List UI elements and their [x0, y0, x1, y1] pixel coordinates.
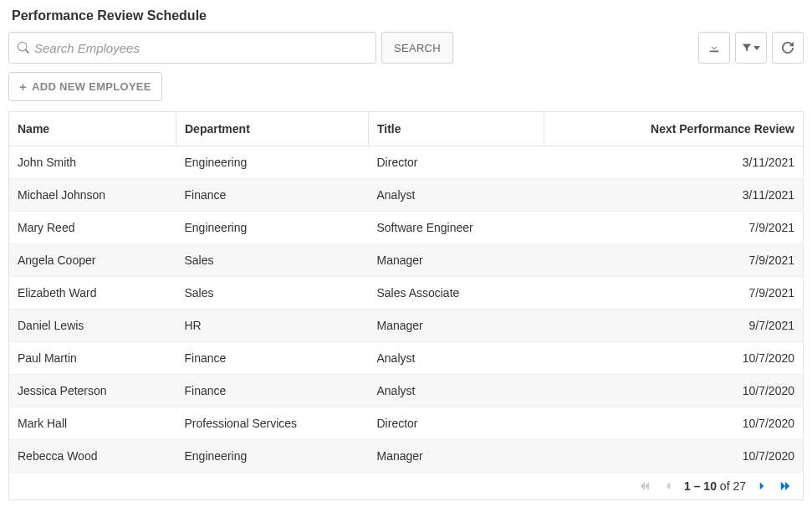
pagination-range: 1 – 10 of 27 [684, 479, 746, 493]
table-row[interactable]: Mark HallProfessional ServicesDirector10… [9, 407, 804, 440]
pagination-last-button[interactable] [778, 480, 793, 492]
cell-title: Manager [369, 244, 544, 277]
table-row[interactable]: Angela CooperSalesManager7/9/2021 [9, 244, 804, 277]
cell-name: Mary Reed [9, 212, 176, 244]
cell-next_review: 7/9/2021 [544, 212, 804, 244]
cell-next_review: 10/7/2020 [544, 375, 804, 407]
chevron-double-left-icon [639, 480, 651, 492]
cell-title: Analyst [369, 342, 544, 375]
table-row[interactable]: Daniel LewisHRManager9/7/2021 [9, 310, 804, 342]
actions-row: + ADD NEW EMPLOYEE [8, 72, 804, 101]
cell-next_review: 7/9/2021 [544, 244, 804, 277]
cell-department: Finance [176, 342, 369, 375]
cell-next_review: 7/9/2021 [544, 277, 804, 310]
column-header-department[interactable]: Department [176, 112, 369, 146]
add-employee-button[interactable]: + ADD NEW EMPLOYEE [8, 72, 162, 101]
download-icon [708, 42, 720, 54]
cell-name: Mark Hall [9, 407, 176, 440]
cell-title: Software Engineer [369, 212, 544, 244]
cell-name: Rebecca Wood [9, 440, 176, 473]
cell-next_review: 3/11/2021 [544, 146, 804, 179]
search-field-wrap [8, 32, 376, 64]
chevron-left-icon [663, 481, 673, 491]
cell-name: Daniel Lewis [9, 310, 176, 342]
cell-department: Sales [176, 244, 369, 277]
caret-down-icon [753, 46, 760, 50]
cell-name: Michael Johnson [9, 179, 176, 212]
cell-name: Paul Martin [9, 342, 176, 375]
pagination-prev-button[interactable] [661, 481, 676, 491]
filter-button[interactable] [735, 32, 767, 64]
cell-title: Director [369, 146, 544, 179]
toolbar: SEARCH [8, 32, 804, 64]
cell-department: HR [176, 310, 369, 342]
table-row[interactable]: Rebecca WoodEngineeringManager10/7/2020 [9, 440, 804, 473]
table-row[interactable]: Jessica PetersonFinanceAnalyst10/7/2020 [9, 375, 804, 407]
table-row[interactable]: Paul MartinFinanceAnalyst10/7/2020 [9, 342, 804, 375]
table-row[interactable]: John SmithEngineeringDirector3/11/2021 [9, 146, 804, 179]
cell-department: Engineering [176, 146, 369, 179]
employee-table: Name Department Title Next Performance R… [8, 111, 804, 473]
cell-name: Jessica Peterson [9, 375, 176, 407]
cell-title: Analyst [369, 375, 544, 407]
search-button[interactable]: SEARCH [381, 32, 453, 64]
search-input[interactable] [9, 34, 375, 62]
cell-department: Finance [176, 179, 369, 212]
table-row[interactable]: Elizabeth WardSalesSales Associate7/9/20… [9, 277, 804, 310]
plus-icon: + [19, 80, 27, 93]
table-row[interactable]: Mary ReedEngineeringSoftware Engineer7/9… [9, 212, 804, 244]
cell-department: Professional Services [176, 407, 369, 440]
search-icon [18, 42, 29, 54]
cell-title: Manager [369, 440, 544, 473]
cell-name: John Smith [9, 146, 176, 179]
refresh-icon [782, 42, 794, 54]
cell-title: Sales Associate [369, 277, 544, 310]
page-title: Performance Review Schedule [8, 8, 804, 23]
pagination-next-button[interactable] [754, 481, 769, 491]
table-header-row: Name Department Title Next Performance R… [9, 112, 804, 146]
chevron-double-right-icon [779, 480, 791, 492]
cell-next_review: 10/7/2020 [544, 407, 804, 440]
column-header-next-review[interactable]: Next Performance Review [544, 112, 804, 146]
column-header-title[interactable]: Title [369, 112, 544, 146]
chevron-right-icon [757, 481, 767, 491]
table-row[interactable]: Michael JohnsonFinanceAnalyst3/11/2021 [9, 179, 804, 212]
cell-title: Analyst [369, 179, 544, 212]
refresh-button[interactable] [772, 32, 804, 64]
cell-title: Director [369, 407, 544, 440]
cell-title: Manager [369, 310, 544, 342]
cell-department: Engineering [176, 212, 369, 244]
pagination: 1 – 10 of 27 [8, 473, 804, 500]
download-button[interactable] [698, 32, 730, 64]
cell-next_review: 3/11/2021 [544, 179, 804, 212]
cell-department: Engineering [176, 440, 369, 473]
pagination-first-button[interactable] [637, 480, 652, 492]
cell-next_review: 10/7/2020 [544, 440, 804, 473]
cell-next_review: 10/7/2020 [544, 342, 804, 375]
cell-name: Angela Cooper [9, 244, 176, 277]
add-employee-label: ADD NEW EMPLOYEE [32, 80, 151, 93]
filter-icon [742, 43, 752, 53]
column-header-name[interactable]: Name [9, 112, 176, 146]
cell-name: Elizabeth Ward [9, 277, 176, 310]
cell-department: Finance [176, 375, 369, 407]
cell-next_review: 9/7/2021 [544, 310, 804, 342]
cell-department: Sales [176, 277, 369, 310]
